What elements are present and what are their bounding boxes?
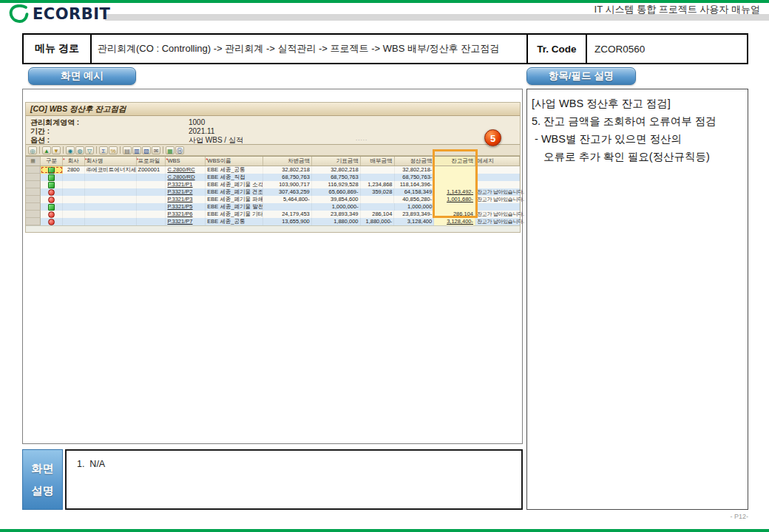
toolbar-filter-icon[interactable]: ▽	[85, 146, 94, 154]
cell-posted: 1,880,000	[312, 218, 361, 225]
cell-wbs: P.3321/P1	[166, 181, 206, 188]
cell-company_name	[85, 174, 137, 181]
screen-example-button[interactable]: 화면 예시	[28, 67, 136, 85]
column-header-wbs_name[interactable]: *WBS이름	[206, 157, 263, 166]
row-selector[interactable]	[26, 166, 41, 174]
cell-company_name	[85, 181, 137, 188]
field-desc-line: 오류로 추가 확인 필요(정산규칙등)	[532, 148, 743, 166]
row-selector[interactable]	[26, 174, 41, 181]
row-selector[interactable]	[26, 196, 41, 203]
toolbar-find-icon[interactable]: ◉	[66, 146, 75, 154]
column-header-alloc[interactable]: 배부금액	[361, 157, 395, 166]
row-selector[interactable]	[26, 188, 41, 196]
toolbar-html-icon[interactable]: Ⓗ	[175, 146, 184, 154]
select-all-icon[interactable]: ▦	[30, 158, 35, 163]
toolbar-spreadsheet-icon[interactable]: ▦	[166, 146, 175, 154]
toolbar-total-icon[interactable]: Σ	[99, 146, 108, 154]
sap-field-label: 옵션 :	[30, 136, 50, 144]
column-header-label: 프로파일	[138, 157, 160, 164]
column-header-settle[interactable]: 정산금액	[395, 157, 435, 166]
wbs-link[interactable]: P.3321/P7	[167, 218, 192, 225]
cell-settle: 32,802,218-	[395, 166, 435, 174]
wbs-link[interactable]: P.3321/P3	[167, 196, 192, 202]
status-error-icon	[48, 189, 55, 196]
step-5-badge: 5	[484, 129, 501, 146]
cell-profile	[137, 196, 166, 203]
wbs-link[interactable]: P.3321/P6	[167, 211, 192, 217]
toolbar-separator	[120, 146, 121, 154]
cell-wbs: P.3321/P2	[166, 188, 206, 196]
status-ok-icon	[48, 174, 55, 181]
cell-company	[63, 211, 85, 218]
cell-debit: 13,655,900	[263, 218, 312, 225]
cell-posted: 116,929,528	[312, 181, 361, 188]
toolbar-mail-icon[interactable]: ✉	[152, 146, 160, 154]
screen-desc-note: 1. N/A	[77, 459, 105, 469]
toolbar-find-next-icon[interactable]: ◍	[75, 146, 84, 154]
sap-field-value: 2021.11	[189, 127, 214, 135]
cell-debit	[263, 203, 312, 211]
cell-company: 2800	[63, 166, 85, 174]
cell-wbs_name: EBE 세종_공통	[206, 218, 263, 225]
cell-settle: 68,750,763-	[395, 174, 435, 181]
sap-field-row: 관리회계영역 :1000	[26, 118, 520, 126]
field-desc-line: - WBS별 잔고가 있으면 정산의	[532, 130, 743, 148]
toolbar-print-icon[interactable]: ▤	[123, 146, 132, 154]
column-header-profile[interactable]: *프로파일	[137, 157, 166, 166]
field-desc-line: [사업 WBS 정산후 잔고 점검]	[532, 95, 743, 112]
column-header-msg[interactable]: 메세지	[475, 157, 520, 166]
cell-wbs: C.2800/RC	[166, 166, 206, 174]
column-header-company_name[interactable]: *회사명	[85, 157, 137, 166]
column-header-company[interactable]: *회사	[63, 157, 85, 166]
cell-settle: 23,893,349-	[394, 211, 434, 218]
cell-status	[41, 196, 63, 203]
status-ok-icon	[48, 182, 55, 188]
wbs-link[interactable]: P.3321/P5	[167, 203, 192, 210]
cell-profile	[137, 218, 166, 225]
cell-status	[41, 211, 63, 218]
table-row[interactable]: P.3321/P7EBE 세종_공통13,655,9001,880,0001,8…	[26, 218, 520, 225]
column-header-label: WBS이름	[207, 157, 231, 164]
page-number: - P12-	[730, 513, 748, 520]
wbs-link[interactable]: P.3321/P1	[167, 181, 192, 188]
cell-status	[41, 166, 63, 174]
row-selector[interactable]	[26, 181, 41, 188]
wbs-link[interactable]: C.2800/RD	[167, 174, 194, 180]
toolbar-sort-descending-icon[interactable]: ▼	[52, 146, 61, 154]
column-header-label: 차변금액	[288, 157, 310, 164]
cell-debit: 32,802,218	[263, 166, 312, 174]
required-marker: *	[206, 157, 208, 164]
sap-selection-fields: ..... 관리회계영역 :1000기간 :2021.11옵션 :사업 WBS …	[26, 116, 520, 145]
required-marker: *	[166, 157, 168, 164]
column-header-sel[interactable]: ▦	[26, 157, 41, 166]
row-selector[interactable]	[26, 211, 41, 218]
sap-field-label: 관리회계영역 :	[30, 118, 79, 126]
wbs-link[interactable]: C.2800/RC	[167, 166, 194, 173]
toolbar-sort-ascending-icon[interactable]: ▲	[42, 146, 51, 154]
column-header-posted[interactable]: 기표금액	[312, 157, 361, 166]
bottom-green-bar	[0, 529, 769, 532]
status-error-icon	[48, 211, 55, 218]
cell-alloc	[361, 203, 395, 211]
cell-posted: 32,802,218	[312, 166, 361, 174]
cell-debit: 307,463,259	[263, 188, 312, 196]
cell-debit: 103,900,717	[263, 181, 312, 188]
cell-company	[63, 174, 85, 181]
row-selector[interactable]	[26, 218, 41, 225]
column-header-wbs[interactable]: *WBS	[166, 157, 206, 166]
wbs-link[interactable]: P.3321/P2	[167, 188, 192, 195]
toolbar-detail-icon[interactable]: ◎	[28, 146, 37, 154]
toolbar-subtotal-icon[interactable]: %	[109, 146, 118, 154]
logo: ECORBIT	[9, 4, 110, 23]
cell-company_name	[85, 211, 137, 218]
balance-link[interactable]: 3,128,400-	[447, 218, 473, 225]
column-header-debit[interactable]: 차변금액	[263, 157, 312, 166]
status-ok-icon	[48, 167, 55, 174]
toolbar-export-icon[interactable]: ▧	[142, 146, 151, 154]
toolbar-local-file-icon[interactable]: ▥	[132, 146, 141, 154]
row-selector[interactable]	[26, 203, 41, 211]
field-desc-button[interactable]: 항목/필드 설명	[526, 67, 636, 85]
menu-path-label: 메뉴 경로	[24, 35, 90, 63]
cell-posted: 68,750,763	[312, 174, 361, 181]
column-header-status[interactable]: 구분	[41, 157, 63, 166]
